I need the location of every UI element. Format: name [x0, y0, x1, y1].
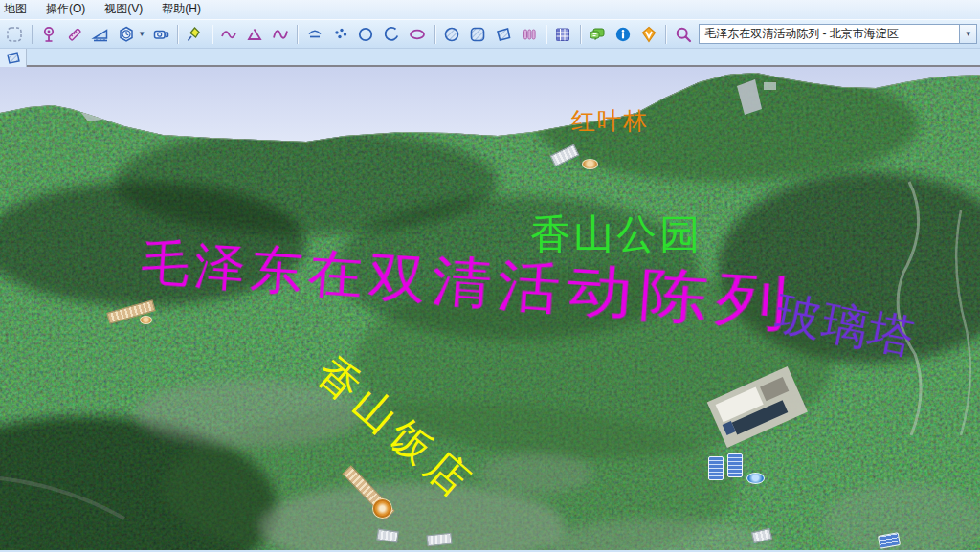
- poi-blue-building-sprite: [727, 453, 743, 477]
- toolbar-separator: [665, 25, 666, 44]
- search-combobox: ▼: [699, 24, 977, 44]
- poi-marker-oval[interactable]: [582, 159, 598, 169]
- secondary-toolbar: [0, 49, 980, 67]
- pushpin-icon[interactable]: [183, 22, 207, 46]
- menu-bar: 地图 操作(O) 视图(V) 帮助(H): [0, 0, 980, 19]
- toolbar-separator: [434, 25, 435, 44]
- circle-icon[interactable]: [354, 22, 378, 46]
- hatched-polygon-icon[interactable]: [491, 22, 515, 46]
- toolbar-separator: [297, 25, 298, 44]
- chat-bubbles-icon[interactable]: [586, 22, 610, 46]
- arc-over-line-icon[interactable]: [302, 22, 326, 46]
- measure-triangle-icon[interactable]: [89, 22, 113, 46]
- menu-map[interactable]: 地图: [1, 0, 36, 20]
- place-pin-icon[interactable]: [37, 22, 61, 46]
- map-label-hongyelin[interactable]: 红叶林: [571, 109, 649, 133]
- menu-view[interactable]: 视图(V): [95, 0, 152, 20]
- hatched-circle-icon[interactable]: [440, 22, 464, 46]
- toolbar: ▼: [0, 19, 980, 49]
- curve-icon[interactable]: [269, 22, 293, 46]
- polyline-icon[interactable]: [217, 22, 241, 46]
- toolbar-separator: [546, 25, 546, 44]
- time-hexagon-icon[interactable]: [114, 22, 138, 46]
- chevron-down-icon[interactable]: ▼: [137, 30, 146, 38]
- gem-v-icon[interactable]: [637, 22, 661, 46]
- arc-icon[interactable]: [380, 22, 404, 46]
- map-label-xiangshan-park[interactable]: 香山公园: [530, 214, 702, 254]
- info-icon[interactable]: [612, 22, 635, 46]
- search-input[interactable]: [699, 24, 959, 44]
- search-icon[interactable]: [671, 22, 695, 46]
- polygon-triangle-icon[interactable]: [243, 22, 267, 46]
- poi-marker-ring[interactable]: [373, 499, 391, 518]
- menu-operate[interactable]: 操作(O): [36, 0, 95, 20]
- toolbar-separator: [212, 25, 212, 44]
- menu-help[interactable]: 帮助(H): [152, 0, 211, 20]
- hatched-polygon-tab[interactable]: [0, 49, 27, 67]
- toolbar-separator: [580, 25, 581, 44]
- point-cluster-icon[interactable]: [328, 22, 352, 46]
- table-grid-icon[interactable]: [551, 22, 575, 46]
- marquee-select-icon[interactable]: [3, 22, 27, 46]
- search-dropdown-button[interactable]: ▼: [959, 24, 977, 44]
- hatched-rect-icon[interactable]: [465, 22, 489, 46]
- toolbar-separator: [32, 25, 33, 44]
- ruler-icon[interactable]: [63, 22, 87, 46]
- poi-blue-building-sprite: [708, 456, 724, 480]
- poi-marker-oval[interactable]: [140, 316, 152, 324]
- map-viewport[interactable]: 红叶林 香山公园 毛泽东在双清活动陈列 玻璃塔 香山饭店: [0, 67, 980, 550]
- camera-icon[interactable]: [148, 22, 172, 46]
- poi-marker-oval-blue[interactable]: [746, 473, 765, 484]
- striped-bars-icon[interactable]: [517, 22, 541, 46]
- ellipse-icon[interactable]: [406, 22, 430, 46]
- toolbar-separator: [177, 25, 178, 44]
- application-window: 地图 操作(O) 视图(V) 帮助(H) ▼: [0, 0, 980, 552]
